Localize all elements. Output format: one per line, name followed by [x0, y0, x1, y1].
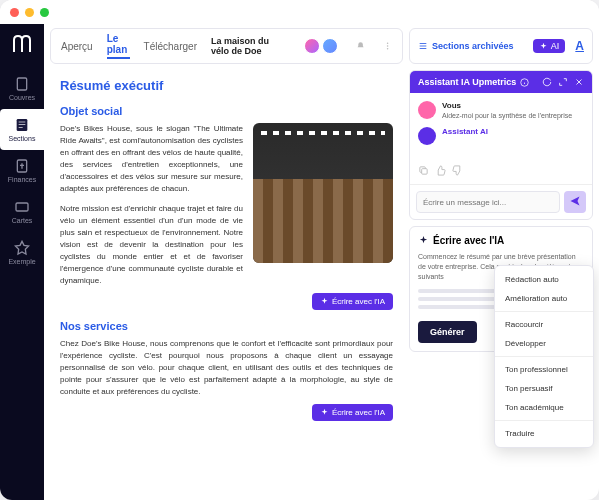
paragraph: Chez Doe's Bike House, nous comprenons q…: [60, 338, 393, 398]
app-window: Couvres Sections Finances Cartes Exemple: [0, 0, 599, 500]
svg-rect-0: [17, 78, 26, 90]
svg-point-8: [387, 43, 389, 45]
copy-icon[interactable]: [418, 165, 429, 176]
section-heading-services: Nos services: [60, 320, 393, 332]
expand-icon[interactable]: [558, 77, 568, 87]
sidebar-label: Couvres: [9, 94, 35, 101]
minimize-window-dot[interactable]: [25, 8, 34, 17]
message-sender: Vous: [442, 101, 584, 110]
sparkle-icon: [320, 297, 329, 306]
notifications-icon[interactable]: [356, 39, 365, 53]
section-objet: Doe's Bikes House, sous le slogan "The U…: [60, 123, 393, 287]
paragraph: Doe's Bikes House, sous le slogan "The U…: [60, 123, 243, 195]
example-icon: [14, 240, 30, 256]
sidebar-item-sections[interactable]: Sections: [0, 109, 44, 150]
covers-icon: [14, 76, 30, 92]
chat-input[interactable]: [416, 191, 560, 213]
maximize-window-dot[interactable]: [40, 8, 49, 17]
section-text: Doe's Bikes House, sous le slogan "The U…: [60, 123, 243, 287]
window-titlebar: [0, 0, 599, 24]
svg-rect-4: [19, 127, 23, 128]
ai-badge[interactable]: AI: [533, 39, 566, 53]
sidebar-item-finances[interactable]: Finances: [0, 150, 44, 191]
page-title: Résumé exécutif: [60, 78, 393, 93]
text-style-button[interactable]: A: [575, 39, 584, 53]
write-with-ai-button[interactable]: Écrire avec l'IA: [312, 293, 393, 310]
right-panel: Sections archivées AI A Assistant IA Upm…: [409, 24, 599, 500]
paragraph: Notre mission est d'enrichir chaque traj…: [60, 203, 243, 287]
svg-point-10: [387, 48, 389, 50]
app-body: Couvres Sections Finances Cartes Exemple: [0, 24, 599, 500]
chat-feedback-row: [410, 161, 592, 180]
sections-icon: [14, 117, 30, 133]
svg-point-9: [387, 45, 389, 47]
dropdown-item-translate[interactable]: Traduire: [495, 424, 593, 443]
svg-rect-19: [422, 169, 428, 175]
info-icon[interactable]: [520, 78, 529, 87]
chat-message-bot: Assistant AI: [418, 127, 584, 145]
svg-rect-2: [19, 122, 26, 123]
dropdown-item-tone-academic[interactable]: Ton académique: [495, 398, 593, 417]
dropdown-item-auto-write[interactable]: Rédaction auto: [495, 270, 593, 289]
tab-download[interactable]: Télécharger: [144, 41, 197, 52]
dropdown-item-tone-professional[interactable]: Ton professionnel: [495, 360, 593, 379]
sparkle-icon: [320, 408, 329, 417]
chat-title: Assistant IA Upmetrics: [418, 77, 516, 87]
sidebar-item-cards[interactable]: Cartes: [0, 191, 44, 232]
tab-plan[interactable]: Le plan: [107, 33, 130, 59]
sidebar-label: Sections: [9, 135, 36, 142]
more-icon[interactable]: [383, 39, 392, 53]
document-body: Résumé exécutif Objet social Doe's Bikes…: [44, 68, 409, 500]
ai-options-dropdown: Rédaction auto Amélioration auto Raccour…: [494, 265, 594, 448]
main-area: Aperçu Le plan Télécharger La maison du …: [44, 24, 599, 500]
content-column: Aperçu Le plan Télécharger La maison du …: [44, 24, 409, 500]
write-card-title: Écrire avec l'IA: [418, 235, 584, 246]
chat-header: Assistant IA Upmetrics: [410, 71, 592, 93]
bot-avatar-icon: [418, 127, 436, 145]
write-with-ai-card: Écrire avec l'IA Commencez le résumé par…: [409, 226, 593, 352]
message-sender: Assistant AI: [442, 127, 584, 136]
document-title: La maison du vélo de Doe: [211, 36, 284, 56]
svg-rect-6: [16, 203, 28, 211]
ai-chat-panel: Assistant IA Upmetrics Vous: [409, 70, 593, 220]
sidebar-label: Exemple: [8, 258, 35, 265]
sidebar-item-example[interactable]: Exemple: [0, 232, 44, 273]
cards-icon: [14, 199, 30, 215]
collaborator-avatars: [304, 38, 338, 54]
dropdown-item-shorten[interactable]: Raccourcir: [495, 315, 593, 334]
section-image: [253, 123, 393, 263]
close-icon[interactable]: [574, 77, 584, 87]
chat-messages: Vous Aidez-moi pour la synthèse de l'ent…: [410, 93, 592, 161]
sidebar-item-covers[interactable]: Couvres: [0, 68, 44, 109]
list-icon: [418, 41, 428, 51]
sparkle-icon: [539, 42, 548, 51]
close-window-dot[interactable]: [10, 8, 19, 17]
finances-icon: [14, 158, 30, 174]
sidebar-label: Cartes: [12, 217, 33, 224]
avatar[interactable]: [304, 38, 320, 54]
dropdown-item-tone-persuasive[interactable]: Ton persuasif: [495, 379, 593, 398]
thumbs-down-icon[interactable]: [452, 165, 463, 176]
top-toolbar: Aperçu Le plan Télécharger La maison du …: [50, 28, 403, 64]
left-sidebar: Couvres Sections Finances Cartes Exemple: [0, 24, 44, 500]
thumbs-up-icon[interactable]: [435, 165, 446, 176]
chat-message-user: Vous Aidez-moi pour la synthèse de l'ent…: [418, 101, 584, 119]
send-icon: [569, 195, 581, 207]
app-logo-icon: [10, 32, 34, 56]
refresh-icon[interactable]: [542, 77, 552, 87]
message-text: Aidez-moi pour la synthèse de l'entrepri…: [442, 112, 584, 119]
svg-rect-3: [19, 124, 26, 125]
avatar[interactable]: [322, 38, 338, 54]
avatar: [418, 101, 436, 119]
send-button[interactable]: [564, 191, 586, 213]
dropdown-item-auto-improve[interactable]: Amélioration auto: [495, 289, 593, 308]
chat-input-row: [410, 184, 592, 219]
write-with-ai-button[interactable]: Écrire avec l'IA: [312, 404, 393, 421]
dropdown-item-expand[interactable]: Développer: [495, 334, 593, 353]
sidebar-label: Finances: [8, 176, 36, 183]
svg-marker-7: [15, 241, 28, 254]
archived-sections-link[interactable]: Sections archivées: [418, 41, 514, 51]
tab-overview[interactable]: Aperçu: [61, 41, 93, 52]
sparkle-icon: [418, 235, 429, 246]
generate-button[interactable]: Générer: [418, 321, 477, 343]
